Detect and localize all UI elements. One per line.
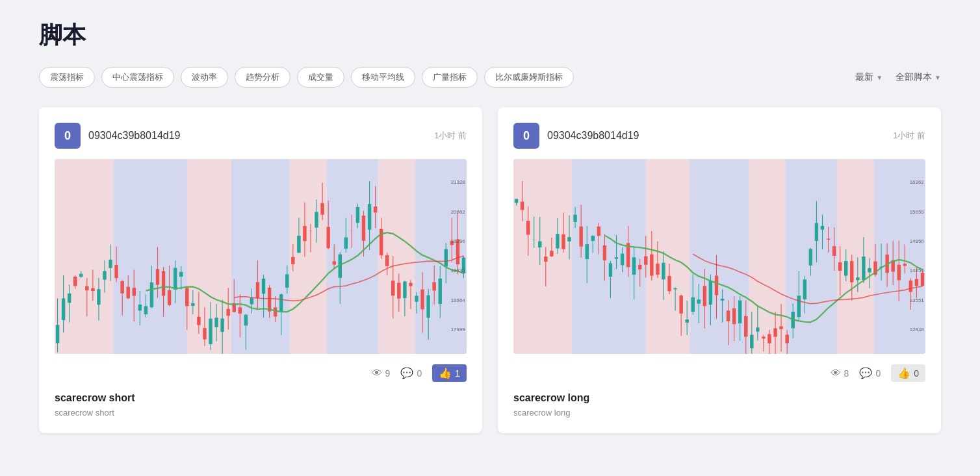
filter-tag[interactable]: 比尔威廉姆斯指标 xyxy=(484,67,574,88)
svg-rect-7 xyxy=(378,159,415,354)
views-stat: 👁 8 xyxy=(831,368,849,379)
svg-rect-116 xyxy=(368,204,371,229)
card-header: 0 09304c39b8014d19 1小时 前 xyxy=(55,123,467,149)
filter-tag[interactable]: 广量指标 xyxy=(422,67,478,88)
svg-rect-240 xyxy=(732,308,736,325)
filter-tags: 震荡指标中心震荡指标波动率趋势分析成交量移动平均线广量指标比尔威廉姆斯指标 xyxy=(39,67,574,88)
filter-tag[interactable]: 成交量 xyxy=(297,67,344,88)
svg-rect-298 xyxy=(903,264,907,266)
svg-rect-136 xyxy=(426,295,430,318)
svg-rect-134 xyxy=(420,290,424,310)
cards-grid: 0 09304c39b8014d19 1小时 前 173331799918664… xyxy=(39,107,941,433)
svg-rect-132 xyxy=(415,296,418,302)
svg-text:20662: 20662 xyxy=(451,209,465,215)
filter-tag[interactable]: 移动平均线 xyxy=(351,67,415,88)
svg-rect-22 xyxy=(91,288,94,291)
svg-rect-50 xyxy=(174,268,177,289)
eye-icon: 👁 xyxy=(372,368,382,379)
scope-label: 全部脚本 xyxy=(896,71,932,83)
svg-rect-304 xyxy=(921,273,924,286)
svg-rect-140 xyxy=(439,279,442,304)
like-button[interactable]: 👍 1 xyxy=(432,364,467,382)
card-desc: scarecrow short xyxy=(55,408,467,418)
comments-stat: 💬 0 xyxy=(859,367,881,379)
svg-rect-56 xyxy=(191,303,194,306)
svg-rect-18 xyxy=(79,274,83,277)
comments-count: 0 xyxy=(417,368,422,379)
scope-dropdown[interactable]: 全部脚本 ▼ xyxy=(896,71,941,83)
svg-rect-20 xyxy=(85,286,88,290)
svg-rect-264 xyxy=(803,279,806,299)
filter-bar: 震荡指标中心震荡指标波动率趋势分析成交量移动平均线广量指标比尔威廉姆斯指标 最新… xyxy=(39,67,941,88)
score-badge: 0 xyxy=(513,123,539,149)
chart-container: 12145128481355114254149561565916362 xyxy=(513,159,925,354)
svg-rect-126 xyxy=(397,283,400,299)
svg-rect-256 xyxy=(779,326,782,329)
thumb-icon: 👍 xyxy=(439,367,452,379)
svg-text:16362: 16362 xyxy=(910,179,924,185)
comment-icon: 💬 xyxy=(859,367,872,379)
svg-rect-196 xyxy=(603,245,606,260)
svg-rect-178 xyxy=(550,251,553,257)
sort-dropdown[interactable]: 最新 ▼ xyxy=(855,71,883,83)
svg-rect-142 xyxy=(445,249,448,267)
svg-rect-208 xyxy=(638,265,641,269)
svg-rect-238 xyxy=(727,310,730,321)
sort-arrow-icon: ▼ xyxy=(876,74,883,81)
scope-arrow-icon: ▼ xyxy=(935,74,941,81)
card-footer: 👁 9 💬 0 👍 1 xyxy=(55,364,467,382)
svg-rect-194 xyxy=(597,227,600,236)
svg-rect-280 xyxy=(850,261,853,282)
svg-rect-28 xyxy=(109,260,112,268)
svg-rect-218 xyxy=(667,276,671,291)
svg-rect-170 xyxy=(526,221,530,234)
svg-rect-10 xyxy=(56,325,59,343)
svg-rect-90 xyxy=(291,257,294,264)
svg-rect-62 xyxy=(209,319,212,344)
svg-rect-72 xyxy=(239,307,242,313)
svg-rect-296 xyxy=(897,265,901,281)
svg-rect-52 xyxy=(179,272,183,277)
svg-rect-180 xyxy=(556,234,559,248)
svg-rect-246 xyxy=(750,335,753,349)
filter-tag[interactable]: 趋势分析 xyxy=(235,67,290,88)
svg-rect-32 xyxy=(120,281,123,294)
filter-tag[interactable]: 波动率 xyxy=(181,67,228,88)
svg-text:14254: 14254 xyxy=(910,268,925,273)
svg-text:15659: 15659 xyxy=(910,209,925,215)
svg-rect-276 xyxy=(838,262,842,271)
svg-rect-234 xyxy=(715,275,718,295)
svg-rect-94 xyxy=(303,226,306,241)
script-card: 0 09304c39b8014d19 1小时 前 173331799918664… xyxy=(39,107,482,433)
like-button[interactable]: 👍 0 xyxy=(891,364,925,382)
svg-rect-270 xyxy=(821,226,824,230)
filter-tag[interactable]: 中心震荡指标 xyxy=(101,67,174,88)
svg-text:21328: 21328 xyxy=(451,179,466,185)
card-header: 0 09304c39b8014d19 1小时 前 xyxy=(513,123,925,149)
svg-rect-266 xyxy=(809,249,812,265)
svg-rect-212 xyxy=(650,255,653,276)
svg-rect-224 xyxy=(685,319,688,323)
svg-rect-244 xyxy=(744,316,747,337)
svg-rect-5 xyxy=(290,159,327,354)
svg-rect-286 xyxy=(868,268,871,273)
svg-rect-16 xyxy=(73,277,77,286)
svg-rect-192 xyxy=(591,236,595,241)
svg-rect-2 xyxy=(114,159,187,354)
svg-rect-80 xyxy=(262,279,265,294)
svg-rect-284 xyxy=(862,257,865,280)
script-card: 0 09304c39b8014d19 1小时 前 121451284813551… xyxy=(498,107,941,433)
svg-rect-254 xyxy=(773,329,777,337)
comment-icon: 💬 xyxy=(400,367,413,379)
svg-rect-58 xyxy=(197,317,200,325)
svg-rect-108 xyxy=(344,238,348,249)
svg-rect-214 xyxy=(656,264,659,275)
views-count: 8 xyxy=(844,368,849,379)
svg-rect-118 xyxy=(374,207,377,212)
card-id: 09304c39b8014d19 xyxy=(547,130,893,142)
svg-rect-68 xyxy=(226,309,229,316)
svg-rect-202 xyxy=(621,254,624,266)
svg-rect-174 xyxy=(538,242,541,247)
svg-rect-14 xyxy=(68,294,71,303)
filter-tag[interactable]: 震荡指标 xyxy=(39,67,95,88)
